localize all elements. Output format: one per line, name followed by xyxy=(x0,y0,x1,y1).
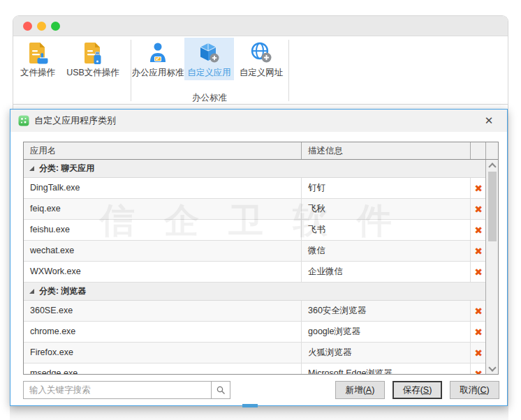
cancel-button[interactable]: 取消(C) xyxy=(450,381,499,399)
delete-x-icon: ✖ xyxy=(474,183,483,193)
dialog-app-icon xyxy=(18,115,29,126)
app-name-cell: feiq.exe xyxy=(24,199,302,219)
delete-x-icon: ✖ xyxy=(474,327,483,337)
description-cell: 企业微信 xyxy=(302,262,471,282)
column-header-description[interactable]: 描述信息 xyxy=(302,142,471,159)
app-name-cell: wechat.exe xyxy=(24,241,302,261)
toolbar-item-label: 自定义应用 xyxy=(187,67,231,79)
screen: 文件操作 xyxy=(0,0,521,420)
table-body: 分类: 聊天应用 DingTalk.exe 钉钉 ✖ feiq.exe 飞秋 ✖… xyxy=(24,160,498,374)
app-name-cell: WXWork.exe xyxy=(24,262,302,282)
scroll-up-arrow-icon[interactable] xyxy=(486,160,498,171)
dialog-bottom-notch xyxy=(242,404,258,407)
delete-button[interactable]: ✖ xyxy=(471,241,486,261)
delete-button[interactable]: ✖ xyxy=(471,262,486,282)
table-row[interactable]: msedge.exe Microsoft Edge浏览器 ✖ xyxy=(24,363,498,374)
table-row[interactable]: chrome.exe google浏览器 ✖ xyxy=(24,322,498,343)
toolbar-item-office-app-standard[interactable]: 办公应用标准 xyxy=(132,38,184,80)
column-header-scrollbar xyxy=(486,142,498,159)
toolbar-item-label: 办公应用标准 xyxy=(132,67,184,79)
office-app-standard-icon xyxy=(147,40,169,66)
delete-button[interactable]: ✖ xyxy=(471,322,486,342)
toolbar-divider xyxy=(288,40,289,101)
toolbar-item-file-operations[interactable]: 文件操作 xyxy=(17,38,58,80)
group-label: 分类: 聊天应用 xyxy=(39,163,94,174)
group-label: 分类: 浏览器 xyxy=(39,285,86,297)
table-group-row[interactable]: 分类: 聊天应用 xyxy=(24,160,498,178)
minimize-traffic-light[interactable] xyxy=(37,22,46,31)
custom-url-icon xyxy=(250,40,273,66)
table-row[interactable]: Firefox.exe 火狐浏览器 ✖ xyxy=(24,343,498,363)
custom-app-category-dialog: 自定义应用程序类别 ✕ 应用名 描述信息 分类: 聊天应用 DingTalk.e… xyxy=(10,109,508,406)
delete-x-icon: ✖ xyxy=(474,267,483,277)
scrollbar-thumb[interactable] xyxy=(488,172,497,241)
toolbar-item-label: 自定义网址 xyxy=(240,67,284,79)
table-row[interactable]: DingTalk.exe 钉钉 ✖ xyxy=(24,178,498,199)
description-cell: 360安全浏览器 xyxy=(302,301,471,321)
app-name-cell: chrome.exe xyxy=(24,322,302,342)
collapse-triangle-icon[interactable] xyxy=(29,289,34,294)
custom-app-icon xyxy=(198,40,221,66)
table-row[interactable]: wechat.exe 微信 ✖ xyxy=(24,241,498,262)
add-button[interactable]: 新增(A) xyxy=(335,381,385,399)
vertical-scrollbar[interactable] xyxy=(485,160,498,374)
delete-button[interactable]: ✖ xyxy=(471,199,486,219)
toolbar-group-label: 办公标准 xyxy=(175,92,244,104)
close-icon[interactable]: ✕ xyxy=(479,110,499,132)
dialog-title: 自定义应用程序类别 xyxy=(34,110,116,132)
description-cell: 火狐浏览器 xyxy=(302,343,471,363)
toolbar-item-usb-file-operations[interactable]: USB文件操作 xyxy=(61,38,125,80)
delete-button[interactable]: ✖ xyxy=(471,220,486,240)
table-row[interactable]: feiq.exe 飞秋 ✖ xyxy=(24,199,498,220)
app-name-cell: DingTalk.exe xyxy=(24,178,302,198)
delete-x-icon: ✖ xyxy=(474,306,483,316)
delete-x-icon: ✖ xyxy=(474,348,483,358)
file-operations-icon xyxy=(27,40,48,66)
search-box xyxy=(23,381,230,399)
table-header: 应用名 描述信息 xyxy=(24,142,498,160)
close-traffic-light[interactable] xyxy=(23,22,32,31)
window-titlebar[interactable] xyxy=(13,16,508,36)
usb-file-operations-icon xyxy=(82,40,103,66)
delete-x-icon: ✖ xyxy=(474,204,483,214)
toolbar-item-custom-url[interactable]: 自定义网址 xyxy=(236,38,286,80)
description-cell: 飞书 xyxy=(302,220,471,240)
description-cell: Microsoft Edge浏览器 xyxy=(302,363,471,374)
search-icon[interactable] xyxy=(211,382,230,398)
app-name-cell: 360SE.exe xyxy=(24,301,302,321)
column-header-delete xyxy=(471,142,486,159)
toolbar-item-label: 文件操作 xyxy=(20,67,55,79)
collapse-triangle-icon[interactable] xyxy=(29,166,34,171)
search-input[interactable] xyxy=(24,382,230,398)
app-name-cell: msedge.exe xyxy=(24,363,302,374)
delete-x-icon: ✖ xyxy=(474,246,483,256)
table-row[interactable]: WXWork.exe 企业微信 ✖ xyxy=(24,262,498,283)
table-group-row[interactable]: 分类: 浏览器 xyxy=(24,283,498,301)
maximize-traffic-light[interactable] xyxy=(51,22,60,31)
table-row[interactable]: feishu.exe 飞书 ✖ xyxy=(24,220,498,241)
delete-button[interactable]: ✖ xyxy=(471,343,486,363)
column-header-app-name[interactable]: 应用名 xyxy=(24,142,302,159)
description-cell: google浏览器 xyxy=(302,322,471,342)
description-cell: 微信 xyxy=(302,241,471,261)
dialog-button-row: 新增(A) 保存(S) 取消(C) xyxy=(335,381,499,399)
app-table: 应用名 描述信息 分类: 聊天应用 DingTalk.exe 钉钉 ✖ feiq… xyxy=(23,142,499,375)
dialog-titlebar[interactable]: 自定义应用程序类别 ✕ xyxy=(10,110,507,132)
save-button[interactable]: 保存(S) xyxy=(392,381,442,399)
app-name-cell: Firefox.exe xyxy=(24,343,302,363)
description-cell: 飞秋 xyxy=(302,199,471,219)
toolbar-item-label: USB文件操作 xyxy=(66,67,119,79)
table-row[interactable]: 360SE.exe 360安全浏览器 ✖ xyxy=(24,301,498,322)
toolbar: 文件操作 xyxy=(13,36,508,105)
delete-button[interactable]: ✖ xyxy=(471,363,486,374)
window-bottom-strip xyxy=(10,406,508,420)
delete-button[interactable]: ✖ xyxy=(471,301,486,321)
description-cell: 钉钉 xyxy=(302,178,471,198)
scroll-down-arrow-icon[interactable] xyxy=(486,363,498,374)
app-name-cell: feishu.exe xyxy=(24,220,302,240)
delete-x-icon: ✖ xyxy=(474,225,483,235)
delete-x-icon: ✖ xyxy=(474,369,483,375)
delete-button[interactable]: ✖ xyxy=(471,178,486,198)
toolbar-item-custom-app[interactable]: 自定义应用 xyxy=(184,38,234,80)
